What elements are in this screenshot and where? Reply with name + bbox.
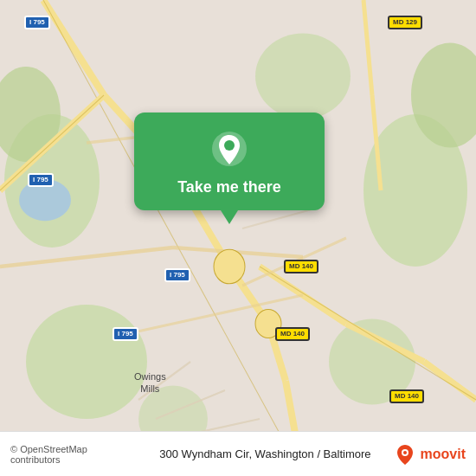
- bottom-bar: © OpenStreetMap contributors 300 Wyndham…: [0, 431, 476, 476]
- badge-i795-mid-center: I 795: [164, 268, 190, 282]
- badge-i795-mid-left: I 795: [28, 173, 54, 187]
- map-container: I 795 MD 129 I 795 I 795 MD 140 I 795 MD…: [0, 0, 476, 476]
- moovit-pin-icon: [393, 442, 417, 466]
- popup-card[interactable]: Take me there: [134, 113, 325, 210]
- badge-i795-lower: I 795: [113, 327, 138, 341]
- badge-md140-right: MD 140: [389, 389, 424, 403]
- take-me-there-button[interactable]: Take me there: [177, 178, 281, 196]
- map-background: [0, 0, 476, 476]
- address-text: 300 Wyndham Cir, Washington / Baltimore: [138, 447, 392, 460]
- badge-md140-mid-right: MD 140: [284, 260, 318, 273]
- location-label: OwingsMills: [134, 370, 166, 396]
- copyright-text: © OpenStreetMap contributors: [10, 444, 138, 465]
- location-pin-icon: [209, 128, 250, 170]
- svg-point-40: [224, 140, 235, 151]
- moovit-logo: moovit: [393, 442, 466, 466]
- svg-point-5: [26, 305, 147, 419]
- badge-md129-top-right: MD 129: [388, 16, 422, 29]
- badge-i795-top-left: I 795: [24, 16, 50, 29]
- svg-point-42: [403, 451, 407, 454]
- svg-point-32: [214, 249, 245, 284]
- badge-md140-lower: MD 140: [275, 327, 310, 341]
- moovit-brand-text: moovit: [421, 447, 466, 462]
- svg-point-7: [255, 34, 351, 119]
